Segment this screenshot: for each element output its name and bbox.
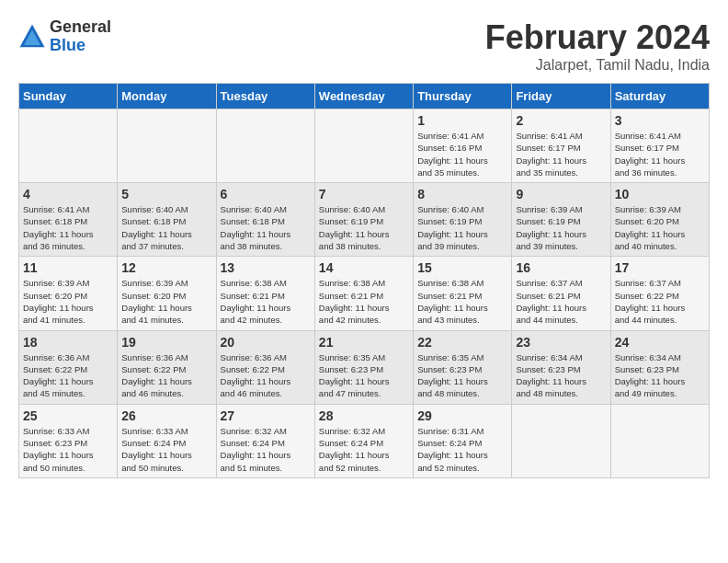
day-number: 10 — [615, 187, 705, 201]
day-number: 13 — [221, 260, 311, 275]
calendar-cell: 17Sunrise: 6:37 AM Sunset: 6:22 PM Dayli… — [610, 257, 709, 330]
day-number: 15 — [417, 260, 507, 275]
day-number: 14 — [319, 260, 409, 275]
logo-blue-text: Blue — [50, 37, 111, 55]
day-info: Sunrise: 6:35 AM Sunset: 6:23 PM Dayligh… — [417, 351, 507, 400]
calendar-cell: 22Sunrise: 6:35 AM Sunset: 6:23 PM Dayli… — [414, 330, 512, 404]
calendar-cell: 6Sunrise: 6:40 AM Sunset: 6:18 PM Daylig… — [216, 183, 314, 257]
day-info: Sunrise: 6:40 AM Sunset: 6:18 PM Dayligh… — [221, 203, 311, 252]
calendar-cell: 1Sunrise: 6:41 AM Sunset: 6:16 PM Daylig… — [414, 109, 512, 183]
calendar-cell: 5Sunrise: 6:40 AM Sunset: 6:18 PM Daylig… — [118, 183, 216, 257]
calendar-cell: 11Sunrise: 6:39 AM Sunset: 6:20 PM Dayli… — [19, 257, 118, 330]
day-info: Sunrise: 6:41 AM Sunset: 6:17 PM Dayligh… — [615, 130, 705, 178]
day-info: Sunrise: 6:32 AM Sunset: 6:24 PM Dayligh… — [319, 425, 409, 474]
day-info: Sunrise: 6:38 AM Sunset: 6:21 PM Dayligh… — [319, 277, 409, 326]
week-row-3: 18Sunrise: 6:36 AM Sunset: 6:22 PM Dayli… — [19, 330, 710, 404]
calendar-cell: 16Sunrise: 6:37 AM Sunset: 6:21 PM Dayli… — [512, 257, 610, 330]
calendar-cell: 3Sunrise: 6:41 AM Sunset: 6:17 PM Daylig… — [610, 109, 709, 183]
location: Jalarpet, Tamil Nadu, India — [485, 57, 710, 74]
day-info: Sunrise: 6:39 AM Sunset: 6:20 PM Dayligh… — [23, 277, 113, 326]
day-info: Sunrise: 6:32 AM Sunset: 6:24 PM Dayligh… — [221, 425, 311, 474]
day-number: 26 — [121, 408, 211, 423]
calendar-cell: 28Sunrise: 6:32 AM Sunset: 6:24 PM Dayli… — [314, 404, 413, 477]
day-info: Sunrise: 6:38 AM Sunset: 6:21 PM Dayligh… — [417, 277, 507, 326]
day-number: 7 — [319, 187, 409, 201]
day-number: 24 — [615, 335, 705, 350]
header: General Blue February 2024 Jalarpet, Tam… — [18, 18, 710, 74]
calendar-cell: 20Sunrise: 6:36 AM Sunset: 6:22 PM Dayli… — [216, 330, 314, 404]
week-row-2: 11Sunrise: 6:39 AM Sunset: 6:20 PM Dayli… — [19, 257, 710, 330]
day-number: 6 — [221, 187, 311, 201]
calendar-cell: 25Sunrise: 6:33 AM Sunset: 6:23 PM Dayli… — [19, 404, 118, 477]
calendar-cell: 9Sunrise: 6:39 AM Sunset: 6:19 PM Daylig… — [512, 183, 610, 257]
month-year: February 2024 — [485, 18, 710, 57]
day-info: Sunrise: 6:34 AM Sunset: 6:23 PM Dayligh… — [516, 351, 606, 400]
calendar-cell: 19Sunrise: 6:36 AM Sunset: 6:22 PM Dayli… — [118, 330, 216, 404]
header-row: SundayMondayTuesdayWednesdayThursdayFrid… — [19, 84, 710, 109]
day-number: 28 — [319, 408, 409, 423]
day-info: Sunrise: 6:31 AM Sunset: 6:24 PM Dayligh… — [417, 425, 507, 474]
day-number: 3 — [615, 113, 705, 128]
day-number: 25 — [23, 408, 113, 423]
day-number: 18 — [23, 335, 113, 350]
calendar-cell: 7Sunrise: 6:40 AM Sunset: 6:19 PM Daylig… — [314, 183, 413, 257]
week-row-4: 25Sunrise: 6:33 AM Sunset: 6:23 PM Dayli… — [19, 404, 710, 477]
day-number: 2 — [516, 113, 606, 128]
calendar-cell: 14Sunrise: 6:38 AM Sunset: 6:21 PM Dayli… — [314, 257, 413, 330]
day-number: 29 — [417, 408, 507, 423]
header-cell-monday: Monday — [118, 84, 216, 109]
calendar-table: SundayMondayTuesdayWednesdayThursdayFrid… — [18, 83, 710, 478]
day-info: Sunrise: 6:38 AM Sunset: 6:21 PM Dayligh… — [221, 277, 311, 326]
week-row-0: 1Sunrise: 6:41 AM Sunset: 6:16 PM Daylig… — [19, 109, 710, 183]
calendar-cell — [512, 404, 610, 477]
day-info: Sunrise: 6:39 AM Sunset: 6:20 PM Dayligh… — [615, 203, 705, 252]
calendar-cell: 29Sunrise: 6:31 AM Sunset: 6:24 PM Dayli… — [414, 404, 512, 477]
day-number: 11 — [23, 260, 113, 275]
day-info: Sunrise: 6:40 AM Sunset: 6:19 PM Dayligh… — [319, 203, 409, 252]
calendar-cell: 10Sunrise: 6:39 AM Sunset: 6:20 PM Dayli… — [610, 183, 709, 257]
calendar-cell: 23Sunrise: 6:34 AM Sunset: 6:23 PM Dayli… — [512, 330, 610, 404]
day-info: Sunrise: 6:39 AM Sunset: 6:20 PM Dayligh… — [121, 277, 211, 326]
calendar-cell: 8Sunrise: 6:40 AM Sunset: 6:19 PM Daylig… — [414, 183, 512, 257]
day-number: 27 — [221, 408, 311, 423]
day-number: 8 — [417, 187, 507, 201]
calendar-cell: 24Sunrise: 6:34 AM Sunset: 6:23 PM Dayli… — [610, 330, 709, 404]
day-info: Sunrise: 6:40 AM Sunset: 6:19 PM Dayligh… — [417, 203, 507, 252]
calendar-cell — [216, 109, 314, 183]
day-number: 5 — [121, 187, 211, 201]
header-cell-sunday: Sunday — [19, 84, 118, 109]
calendar-cell: 12Sunrise: 6:39 AM Sunset: 6:20 PM Dayli… — [118, 257, 216, 330]
day-info: Sunrise: 6:34 AM Sunset: 6:23 PM Dayligh… — [615, 351, 705, 400]
logo-icon — [18, 23, 46, 51]
logo: General Blue — [18, 18, 111, 55]
title-area: February 2024 Jalarpet, Tamil Nadu, Indi… — [485, 18, 710, 74]
calendar-cell: 18Sunrise: 6:36 AM Sunset: 6:22 PM Dayli… — [19, 330, 118, 404]
calendar-cell: 27Sunrise: 6:32 AM Sunset: 6:24 PM Dayli… — [216, 404, 314, 477]
calendar-cell — [610, 404, 709, 477]
day-info: Sunrise: 6:36 AM Sunset: 6:22 PM Dayligh… — [221, 351, 311, 400]
day-info: Sunrise: 6:41 AM Sunset: 6:18 PM Dayligh… — [23, 203, 113, 252]
day-info: Sunrise: 6:41 AM Sunset: 6:16 PM Dayligh… — [417, 130, 507, 178]
day-info: Sunrise: 6:36 AM Sunset: 6:22 PM Dayligh… — [23, 351, 113, 400]
day-info: Sunrise: 6:41 AM Sunset: 6:17 PM Dayligh… — [516, 130, 606, 178]
calendar-cell: 2Sunrise: 6:41 AM Sunset: 6:17 PM Daylig… — [512, 109, 610, 183]
day-number: 12 — [121, 260, 211, 275]
day-info: Sunrise: 6:33 AM Sunset: 6:23 PM Dayligh… — [23, 425, 113, 474]
day-info: Sunrise: 6:36 AM Sunset: 6:22 PM Dayligh… — [121, 351, 211, 400]
calendar-cell: 21Sunrise: 6:35 AM Sunset: 6:23 PM Dayli… — [314, 330, 413, 404]
day-number: 23 — [516, 335, 606, 350]
day-number: 17 — [615, 260, 705, 275]
day-number: 9 — [516, 187, 606, 201]
day-number: 22 — [417, 335, 507, 350]
day-number: 19 — [121, 335, 211, 350]
header-cell-wednesday: Wednesday — [314, 84, 413, 109]
calendar-cell: 13Sunrise: 6:38 AM Sunset: 6:21 PM Dayli… — [216, 257, 314, 330]
day-number: 4 — [23, 187, 113, 201]
day-number: 21 — [319, 335, 409, 350]
calendar-cell: 4Sunrise: 6:41 AM Sunset: 6:18 PM Daylig… — [19, 183, 118, 257]
header-cell-tuesday: Tuesday — [216, 84, 314, 109]
day-info: Sunrise: 6:40 AM Sunset: 6:18 PM Dayligh… — [121, 203, 211, 252]
logo-general-text: General — [50, 18, 111, 37]
calendar-cell — [314, 109, 413, 183]
calendar-cell: 15Sunrise: 6:38 AM Sunset: 6:21 PM Dayli… — [414, 257, 512, 330]
